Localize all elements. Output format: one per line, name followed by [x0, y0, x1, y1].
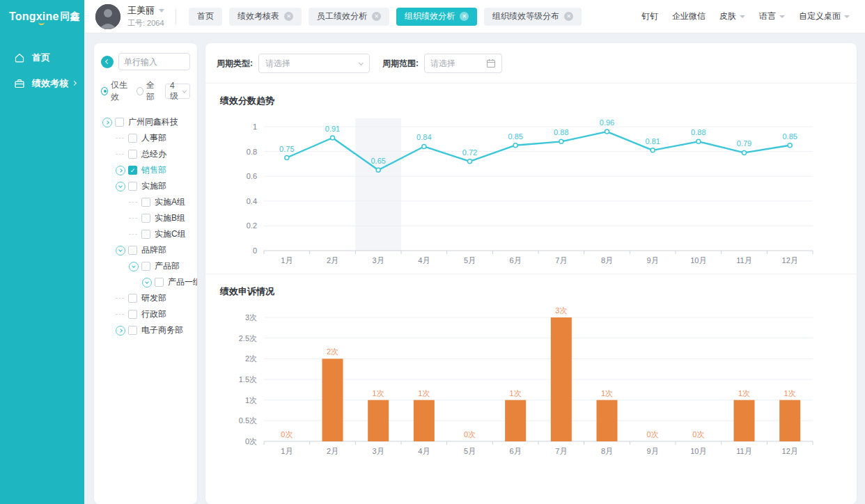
checkbox[interactable] — [141, 262, 150, 271]
tab-label: 组织绩效分析 — [405, 10, 455, 22]
tree-node-实施B组[interactable]: 实施B组 — [101, 210, 190, 226]
svg-text:0.84: 0.84 — [416, 133, 431, 141]
tab-首页[interactable]: 首页 — [189, 8, 222, 26]
expand-node-icon[interactable] — [116, 166, 125, 175]
svg-text:0次: 0次 — [281, 430, 293, 439]
tree-node-电子商务部[interactable]: 电子商务部 — [101, 322, 190, 338]
svg-text:0.91: 0.91 — [325, 125, 340, 133]
period-type-select[interactable]: 请选择 — [258, 54, 370, 73]
tree-node-label: 产品部 — [155, 260, 180, 272]
quick-link-自定义桌面[interactable]: 自定义桌面 — [799, 10, 850, 22]
chevron-down-icon — [182, 88, 187, 93]
analysis-panel: 周期类型: 请选择 周期范围: 请选择 — [205, 43, 857, 504]
bar-chart-title: 绩效申诉情况 — [205, 285, 857, 298]
close-icon[interactable]: ✕ — [460, 12, 469, 21]
tree-node-label: 实施部 — [141, 180, 166, 192]
tree-node-人事部[interactable]: 人事部 — [101, 130, 190, 146]
tab-组织绩效等级分布[interactable]: 组织绩效等级分布✕ — [484, 8, 582, 26]
line-chart[interactable]: 00.20.40.60.811月2月3月4月5月6月7月8月9月10月11月12… — [205, 110, 836, 271]
sidebar-item-label: 首页 — [32, 52, 50, 64]
svg-text:0次: 0次 — [245, 437, 257, 446]
checkbox[interactable] — [128, 134, 137, 143]
expand-node-icon[interactable] — [116, 326, 125, 336]
chevron-down-icon — [740, 15, 745, 18]
tab-绩效考核表[interactable]: 绩效考核表✕ — [229, 8, 302, 26]
collapse-panel-button[interactable] — [101, 56, 114, 68]
period-range-input[interactable]: 请选择 — [424, 54, 502, 73]
svg-text:1月: 1月 — [281, 256, 293, 265]
score-trend-section: 绩效分数趋势 00.20.40.60.811月2月3月4月5月6月7月8月9月1… — [205, 84, 857, 274]
svg-text:1次: 1次 — [418, 389, 430, 397]
expand-node-icon[interactable] — [102, 118, 112, 127]
tree-node-产品一组[interactable]: 产品一组 — [101, 274, 190, 290]
svg-text:1次: 1次 — [373, 389, 384, 397]
radio-仅生效[interactable]: 仅生效 — [101, 79, 131, 103]
collapse-node-icon[interactable] — [142, 278, 152, 288]
svg-text:1.5次: 1.5次 — [239, 375, 257, 384]
tree-connector-line — [116, 154, 124, 155]
tree-node-实施C组[interactable]: 实施C组 — [101, 226, 190, 242]
tab-组织绩效分析[interactable]: 组织绩效分析✕ — [396, 8, 477, 26]
header-divider — [176, 9, 176, 24]
checkbox[interactable] — [128, 182, 137, 191]
chevron-down-icon — [159, 9, 164, 13]
appeal-section: 绩效申诉情况 0次0.5次1次1.5次2次2.5次3次1月2月3月4月5月6月7… — [205, 274, 857, 464]
collapse-node-icon[interactable] — [116, 246, 125, 255]
tab-员工绩效分析[interactable]: 员工绩效分析✕ — [309, 8, 389, 26]
chevron-down-icon — [359, 60, 364, 65]
bar-chart[interactable]: 0次0.5次1次1.5次2次2.5次3次1月2月3月4月5月6月7月8月9月10… — [205, 301, 836, 462]
checkbox[interactable] — [141, 198, 150, 207]
search-input[interactable] — [118, 53, 190, 70]
close-icon[interactable]: ✕ — [372, 12, 381, 21]
checkbox[interactable] — [141, 214, 150, 223]
tree-node-广州同鑫科技[interactable]: 广州同鑫科技 — [101, 114, 190, 130]
close-icon[interactable]: ✕ — [284, 12, 293, 21]
collapse-node-icon[interactable] — [129, 262, 139, 271]
tree-node-销售部[interactable]: ✓销售部 — [101, 162, 190, 178]
checkbox[interactable] — [128, 294, 137, 303]
checkbox[interactable] — [128, 246, 137, 255]
tree-node-总经办[interactable]: 总经办 — [101, 146, 190, 162]
checkbox[interactable] — [128, 150, 137, 159]
collapse-node-icon[interactable] — [116, 182, 125, 191]
tree-node-产品部[interactable]: 产品部 — [101, 258, 190, 274]
checkbox[interactable] — [141, 230, 150, 239]
checkbox[interactable] — [128, 326, 137, 335]
svg-text:9月: 9月 — [647, 447, 659, 455]
tree-connector-line — [116, 138, 124, 139]
line-chart-title: 绩效分数趋势 — [205, 95, 857, 107]
checkbox[interactable] — [115, 118, 124, 127]
level-select[interactable]: 4级 — [165, 84, 190, 99]
svg-text:0.96: 0.96 — [600, 118, 614, 127]
tree-node-实施部[interactable]: 实施部 — [101, 178, 190, 194]
checkbox[interactable]: ✓ — [128, 166, 137, 175]
checkbox[interactable] — [155, 278, 164, 287]
quick-link-企业微信[interactable]: 企业微信 — [672, 10, 706, 22]
tree-node-研发部[interactable]: 研发部 — [101, 290, 190, 306]
tree-node-label: 实施C组 — [155, 228, 186, 240]
svg-text:12月: 12月 — [782, 256, 798, 265]
tree-node-实施A组[interactable]: 实施A组 — [101, 194, 190, 210]
checkbox[interactable] — [128, 310, 137, 319]
tree-node-品牌部[interactable]: 品牌部 — [101, 242, 190, 258]
quick-link-皮肤[interactable]: 皮肤 — [719, 10, 745, 22]
user-menu[interactable]: 王美丽 工号: 2064 — [127, 4, 164, 28]
tab-label: 组织绩效等级分布 — [492, 10, 559, 22]
quick-link-语言[interactable]: 语言 — [759, 10, 785, 22]
avatar[interactable] — [95, 4, 120, 29]
close-icon[interactable]: ✕ — [564, 12, 573, 21]
tree-node-label: 行政部 — [141, 308, 166, 320]
svg-text:11月: 11月 — [736, 256, 751, 265]
tree-node-行政部[interactable]: 行政部 — [101, 306, 190, 322]
svg-text:0: 0 — [253, 246, 257, 255]
radio-全部[interactable]: 全部 — [137, 79, 159, 103]
svg-text:1次: 1次 — [510, 389, 522, 397]
user-employee-id: 工号: 2064 — [127, 18, 164, 29]
sidebar-item-briefcase[interactable]: 绩效考核 — [0, 70, 84, 96]
svg-text:1: 1 — [253, 123, 257, 131]
sidebar-item-home[interactable]: 首页 — [0, 45, 84, 70]
quick-link-label: 钉钉 — [641, 10, 658, 22]
svg-text:0.8: 0.8 — [247, 148, 257, 156]
chevron-right-icon — [72, 81, 77, 86]
quick-link-钉钉[interactable]: 钉钉 — [641, 10, 658, 22]
